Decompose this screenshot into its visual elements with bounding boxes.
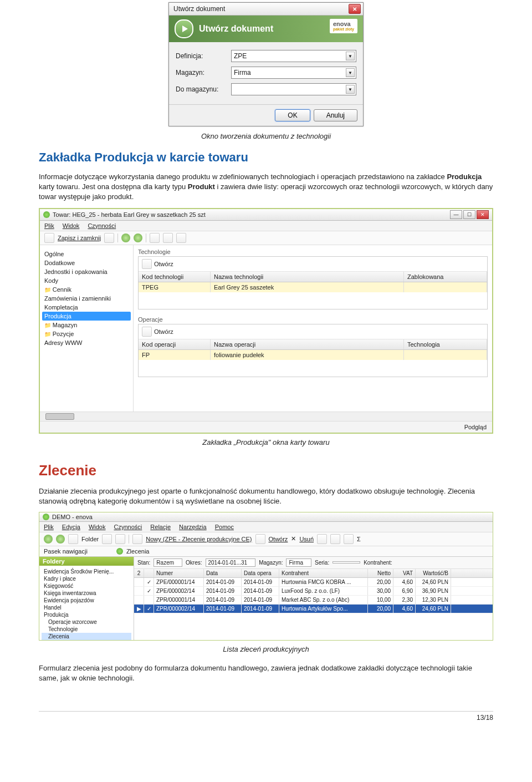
save-close-button[interactable]: Zapisz i zamknij: [58, 235, 101, 241]
sidebar-item-kompletacja[interactable]: Kompletacja: [42, 303, 131, 312]
grid-icon[interactable]: [102, 534, 112, 544]
tree-item-zlecenia[interactable]: Zlecenia: [42, 633, 131, 640]
folder-icon[interactable]: [68, 534, 78, 544]
print-icon[interactable]: [176, 233, 186, 243]
seria-combo[interactable]: [332, 561, 360, 563]
new-button[interactable]: Nowy (ZPE - Zlecenie produkcyjne CE): [146, 536, 252, 542]
col-nazwa-op[interactable]: Nazwa operacji: [211, 339, 404, 349]
col-chk[interactable]: [144, 569, 154, 577]
menu-narzedzia[interactable]: Narzędzia: [179, 524, 207, 530]
col-nazwa-tech[interactable]: Nazwa technologii: [211, 272, 404, 282]
tree-item[interactable]: Księga inwentarzowa: [42, 590, 131, 597]
magazyn-combo[interactable]: Firma: [286, 558, 311, 567]
refresh-icon[interactable]: [317, 534, 327, 544]
maximize-icon[interactable]: ☐: [463, 210, 475, 219]
definicja-combo[interactable]: ZPE▼: [231, 50, 356, 62]
refresh-icon[interactable]: [163, 233, 173, 243]
col-numer[interactable]: Numer: [154, 569, 204, 577]
sidebar-item-zamowienia[interactable]: Zamówienia i zamienniki: [42, 294, 131, 303]
forward-icon[interactable]: [134, 233, 142, 242]
grid-row[interactable]: ✓ZPE/000001/142014-01-092014-01-09Hurtow…: [134, 578, 493, 587]
col-technologia[interactable]: Technologia: [404, 339, 487, 349]
grid-row[interactable]: ✓ZPE/000002/142014-01-092014-01-09LuxFoo…: [134, 587, 493, 596]
sum-icon[interactable]: Σ: [357, 536, 361, 542]
tree-item[interactable]: Ewidencja Środków Pienię...: [42, 568, 131, 575]
col-zablokowana[interactable]: Zablokowana: [404, 272, 487, 282]
cancel-button[interactable]: Anuluj: [314, 109, 357, 121]
menu-widok[interactable]: Widok: [63, 222, 80, 229]
col-kod-tech[interactable]: Kod technologii: [139, 272, 211, 282]
sidebar-item-adresy[interactable]: Adresy WWW: [42, 338, 131, 347]
sidebar-item-cennik[interactable]: Cennik: [42, 285, 131, 294]
tree-item-produkcja[interactable]: Produkcja: [42, 611, 131, 618]
tree-item[interactable]: Operacje wzorcowe: [42, 618, 131, 626]
forward-icon[interactable]: [56, 535, 65, 544]
okres-combo[interactable]: 2014-01-01...31: [206, 558, 256, 567]
tree-item[interactable]: Księgowość: [42, 582, 131, 590]
tree-item[interactable]: Kadry i płace: [42, 575, 131, 582]
grid-row[interactable]: ZPR/000001/142014-01-092014-01-09Market …: [134, 596, 493, 605]
sidebar-item-magazyn[interactable]: Magazyn: [42, 321, 131, 329]
tree-item[interactable]: Technologie: [42, 626, 131, 633]
domagazynu-combo[interactable]: ▼: [231, 83, 356, 95]
open-button[interactable]: Otwórz: [269, 536, 288, 542]
save-icon[interactable]: [104, 233, 114, 243]
technologie-row[interactable]: TPEG Earl Grey 25 saszetek: [139, 282, 487, 292]
breadcrumb-item[interactable]: Zlecenia: [126, 548, 150, 555]
col-kontrahent[interactable]: Kontrahent: [279, 569, 368, 577]
delete-icon[interactable]: ✕: [291, 535, 296, 542]
menu-edycja[interactable]: Edycja: [62, 524, 80, 530]
chevron-down-icon[interactable]: ▼: [346, 52, 355, 60]
menu-plik[interactable]: Plik: [44, 524, 54, 530]
open-button[interactable]: Otwórz: [154, 328, 173, 335]
folder-open-icon[interactable]: [344, 534, 354, 544]
sidebar-item-pozycje[interactable]: Pozycje: [42, 329, 131, 338]
save-icon[interactable]: [44, 233, 54, 243]
create-document-dialog: Utwórz dokument ✕ Utwórz dokument enova …: [168, 2, 364, 126]
folder-button[interactable]: Folder: [81, 536, 99, 542]
chevron-down-icon[interactable]: ▼: [346, 68, 355, 77]
lightning-icon[interactable]: [115, 534, 125, 544]
tools-icon[interactable]: [150, 233, 160, 243]
sidebar-item-dodatkowe[interactable]: Dodatkowe: [42, 258, 131, 267]
ok-button[interactable]: OK: [275, 109, 310, 121]
menu-relacje[interactable]: Relacje: [150, 524, 171, 530]
print-icon[interactable]: [330, 534, 340, 544]
open-icon[interactable]: [142, 259, 152, 269]
menu-plik[interactable]: Plik: [44, 222, 54, 229]
menu-czynnosci[interactable]: Czynności: [114, 524, 142, 530]
grid-row-selected[interactable]: ▶✓ZPR/000002/142014-01-092014-01-09Hurto…: [134, 605, 493, 613]
back-icon[interactable]: [44, 535, 53, 544]
sidebar-item-jednostki[interactable]: Jednostki i opakowania: [42, 267, 131, 276]
minimize-icon[interactable]: —: [450, 210, 462, 219]
sidebar-item-kody[interactable]: Kody: [42, 276, 131, 285]
chevron-down-icon[interactable]: ▼: [346, 85, 355, 94]
col-wartosc[interactable]: Wartość/B: [416, 569, 451, 577]
sidebar-item-produkcja[interactable]: Produkcja: [42, 312, 131, 321]
horizontal-scrollbar[interactable]: [40, 412, 492, 421]
col-netto[interactable]: Netto: [368, 569, 393, 577]
stan-combo[interactable]: Razem: [154, 558, 182, 567]
menu-widok[interactable]: Widok: [89, 524, 106, 530]
back-icon[interactable]: [121, 233, 130, 242]
menu-pomoc[interactable]: Pomoc: [215, 524, 234, 530]
col-dataop[interactable]: Data opera: [242, 569, 279, 577]
col-kod-op[interactable]: Kod operacji: [139, 339, 211, 349]
magazyn-combo[interactable]: Firma▼: [231, 67, 356, 79]
menu-czynnosci[interactable]: Czynności: [88, 222, 116, 229]
open-icon[interactable]: [142, 327, 152, 337]
tree-item[interactable]: Handel: [42, 604, 131, 611]
tree-item[interactable]: Ewidencja pojazdów: [42, 597, 131, 604]
operacje-row[interactable]: FP foliowanie pudełek: [139, 350, 487, 360]
podglad-link[interactable]: Podgląd: [40, 421, 492, 433]
col-vat[interactable]: VAT: [393, 569, 416, 577]
open-icon[interactable]: [255, 534, 265, 544]
close-icon[interactable]: ✕: [477, 210, 489, 219]
close-icon[interactable]: ✕: [349, 4, 361, 14]
sidebar-item-ogolne[interactable]: Ogólne: [42, 250, 131, 258]
new-icon[interactable]: [132, 534, 142, 544]
col-idx[interactable]: 2: [134, 569, 144, 577]
delete-button[interactable]: Usuń: [299, 536, 314, 542]
col-data[interactable]: Data: [204, 569, 242, 577]
open-button[interactable]: Otwórz: [154, 261, 173, 267]
